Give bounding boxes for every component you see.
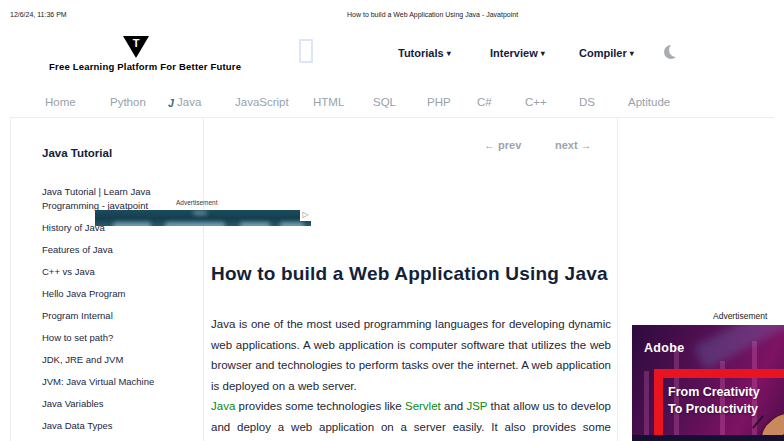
menu-tutorials-label: Tutorials [398, 47, 444, 59]
dark-mode-moon-icon[interactable] [664, 45, 678, 59]
nav-item-csharp[interactable]: C# [477, 96, 492, 108]
sidebar-item[interactable]: Java Variables [42, 397, 184, 411]
chevron-down-icon: ▾ [447, 49, 451, 58]
paragraph-text: provides some technologies like [235, 400, 405, 412]
nav-item-cpp[interactable]: C++ [525, 96, 547, 108]
menu-compiler[interactable]: Compiler▾ [579, 47, 634, 59]
sidebar-item[interactable]: Hello Java Program [42, 287, 184, 301]
banner-ad-art [193, 211, 207, 215]
side-ad-art [644, 371, 649, 441]
side-ad-art [694, 325, 784, 370]
sidebar-item[interactable]: Program Internal [42, 309, 184, 323]
logo-letter: T [133, 37, 140, 49]
article-paragraph-1: Java is one of the most used programming… [211, 314, 611, 396]
side-ad-headline: From Creativity To Productivity [668, 384, 760, 418]
side-ad-art [632, 435, 784, 441]
side-ad-red-frame [654, 369, 784, 378]
side-ad-headline-line1: From Creativity [668, 384, 760, 401]
sidebar-item[interactable]: Java Data Types [42, 419, 184, 433]
nav-item-html[interactable]: HTML [313, 96, 344, 108]
sidebar-divider [203, 118, 204, 441]
nav-item-java[interactable]: Java [177, 96, 201, 108]
banner-ad-art [165, 222, 225, 226]
chevron-down-icon: ▾ [630, 49, 634, 58]
logo-triangle-icon: T [123, 36, 149, 58]
banner-ad[interactable]: ▷ [95, 210, 311, 226]
sidebar-item[interactable]: JVM: Java Virtual Machine [42, 375, 184, 389]
nav-item-javascript[interactable]: JavaScript [235, 96, 289, 108]
side-ad-headline-line2: To Productivity [668, 401, 760, 418]
menu-interview-label: Interview [490, 47, 538, 59]
banner-ad-art [280, 222, 304, 226]
adchoices-icon[interactable]: ▷ [300, 210, 311, 221]
sidebar-item[interactable]: Features of Java [42, 243, 184, 257]
java-icon: J [168, 97, 174, 109]
banner-ad-art [113, 222, 151, 226]
print-datetime: 12/6/24, 11:36 PM [10, 11, 67, 18]
menu-compiler-label: Compiler [579, 47, 627, 59]
nav-item-ds[interactable]: DS [579, 96, 595, 108]
sidebar-item[interactable]: C++ vs Java [42, 265, 184, 279]
sidebar-title: Java Tutorial [42, 147, 112, 159]
side-ad[interactable]: Adobe From Creativity To Productivity [632, 325, 784, 441]
content-left-border [10, 118, 11, 441]
main-divider [617, 118, 618, 441]
broken-image-placeholder [299, 39, 313, 63]
banner-ad-art [240, 222, 270, 226]
servlet-link[interactable]: Servlet [405, 400, 441, 412]
java-link[interactable]: Java [211, 400, 235, 412]
sidebar-item[interactable]: Java Tutorial | Learn Java Programming -… [42, 185, 184, 212]
sidebar-item[interactable]: How to set path? [42, 331, 184, 345]
article-title: How to build a Web Application Using Jav… [211, 261, 615, 286]
side-ad-label: Advertisement [713, 311, 767, 321]
print-page-title: How to build a Web Application Using Jav… [347, 11, 518, 18]
menu-tutorials[interactable]: Tutorials▾ [398, 47, 451, 59]
chevron-down-icon: ▾ [541, 49, 545, 58]
side-ad-red-frame [654, 369, 663, 441]
jsp-link[interactable]: JSP [466, 400, 487, 412]
nav-item-home[interactable]: Home [45, 96, 76, 108]
banner-ad-label: Advertisement [176, 199, 218, 206]
menu-interview[interactable]: Interview▾ [490, 47, 545, 59]
main-navbar: Home Python J Java JavaScript HTML SQL P… [10, 90, 774, 118]
paragraph-text: and [441, 400, 467, 412]
site-tagline: Free Learning Platform For Better Future [49, 61, 269, 72]
nav-item-aptitude[interactable]: Aptitude [628, 96, 670, 108]
next-link[interactable]: next → [555, 139, 592, 151]
nav-item-python[interactable]: Python [110, 96, 146, 108]
article-paragraph-2: Java provides some technologies like Ser… [211, 396, 611, 441]
sidebar-item[interactable]: JDK, JRE and JVM [42, 353, 184, 367]
adobe-logo: Adobe [644, 341, 684, 355]
prev-link[interactable]: ← prev [484, 139, 521, 151]
nav-item-sql[interactable]: SQL [373, 96, 396, 108]
nav-item-php[interactable]: PHP [427, 96, 451, 108]
